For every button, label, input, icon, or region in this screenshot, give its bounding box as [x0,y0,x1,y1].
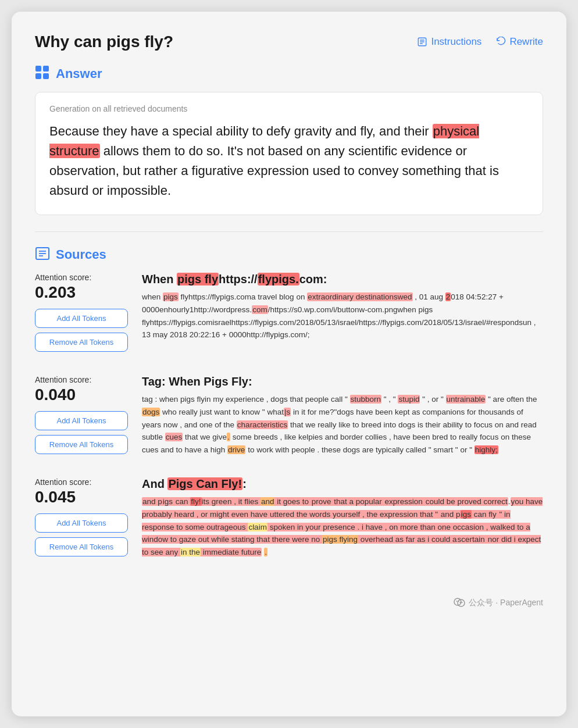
hl-2018-1: 2 [445,292,451,301]
hl-untrainable: untrainable [446,395,486,404]
source-body-1: when pigs flyhttps://flypigs.coma travel… [142,291,543,341]
svg-rect-7 [43,73,49,79]
hl-scertain: scertain [457,535,486,544]
source-item-2: Attention score: 0.040 Add All Tokens Re… [35,375,543,459]
hl-s: |s [284,408,291,416]
svg-point-16 [460,602,461,603]
hl-pigs-1: pigs [163,292,179,301]
rewrite-button[interactable]: Rewrite [495,36,543,48]
hl-stupid: stupid [398,395,420,404]
svg-rect-6 [35,73,41,79]
svg-rect-5 [43,66,49,72]
svg-point-14 [456,601,458,602]
footer-watermark: 公众号 · PaperAgent [12,591,566,620]
watermark-text: 公众号 · PaperAgent [469,598,543,608]
source-right-1: When pigs flyhttps://flypigs.com: when p… [142,273,543,356]
sources-icon [35,246,50,263]
hl-stubborn: stubborn [350,395,382,404]
hl-highly: highly; [474,445,498,454]
source-body-3: and pigs can fly!its green , it flies an… [142,495,543,558]
hl-igs: igs [461,510,472,519]
answer-title: Answer [56,66,102,81]
hl-in-the: in the [180,548,201,556]
divider-1 [35,231,543,232]
hl-body3-wrap: and pigs can fly!its green , it flies an… [142,497,508,506]
instructions-icon [417,37,427,47]
svg-point-17 [462,602,463,603]
header-actions: Instructions Rewrite [417,36,543,48]
svg-point-15 [458,601,459,602]
answer-icon [35,65,50,83]
source-title-1: When pigs flyhttps://flypigs.com: [142,273,543,286]
hl-expression-3: expression [384,497,423,506]
add-tokens-btn-1[interactable]: Add All Tokens [35,309,128,328]
attention-label-3: Attention score: [35,477,128,487]
hl-claim: claim [248,523,267,531]
hl-and-pigs: and pigs can fly [440,510,497,519]
attention-score-2: 0.040 [35,386,128,404]
sources-section: Sources Attention score: 0.203 Add All T… [12,246,566,591]
remove-tokens-btn-1[interactable]: Remove All Tokens [35,333,128,352]
source-title-highlight-1b: flypigs. [258,273,299,286]
answer-text: Because they have a special ability to d… [49,122,529,201]
source-right-3: And Pigs Can Fly!: and pigs can fly!its … [142,477,543,561]
instructions-button[interactable]: Instructions [417,36,481,48]
hl-com-1: com [252,305,268,314]
hl-drive: drive [227,445,245,454]
answer-subtitle: Generation on all retrieved documents [49,104,529,113]
source-left-3: Attention score: 0.045 Add All Tokens Re… [35,477,128,561]
rewrite-icon [495,37,506,47]
hl-correct-3: you have probably heard , or might even … [142,497,543,556]
highlight-physical-structure: physical structure [49,124,479,158]
source-right-2: Tag: When Pigs Fly: tag : when pigs flyi… [142,375,543,459]
attention-label-2: Attention score: [35,375,128,384]
hl-dot-3: . [264,548,267,556]
hl-prove-3: prove [311,497,332,506]
sources-section-header: Sources [35,246,543,263]
remove-tokens-btn-2[interactable]: Remove All Tokens [35,435,128,454]
source-title-highlight-1a: pigs fly [177,273,219,286]
attention-score-1: 0.203 [35,283,128,302]
source-left-1: Attention score: 0.203 Add All Tokens Re… [35,273,128,356]
answer-section-header: Answer [35,65,543,83]
hl-dogs-2: dogs [142,408,160,416]
wechat-icon [454,597,465,609]
hl-dot: . [227,433,230,441]
source-title-3: And Pigs Can Fly!: [142,477,543,491]
source-item-3: Attention score: 0.045 Add All Tokens Re… [35,477,543,561]
hl-and-3: and [261,497,275,506]
add-tokens-btn-3[interactable]: Add All Tokens [35,513,128,533]
source-title-2: Tag: When Pigs Fly: [142,375,543,388]
add-tokens-btn-2[interactable]: Add All Tokens [35,411,128,430]
hl-pigs-flying: pigs flying [322,535,358,544]
source-item-1: Attention score: 0.203 Add All Tokens Re… [35,273,543,356]
answer-section: Answer Generation on all retrieved docum… [12,65,566,231]
hl-extraordinary-1: extraordinary destinationswed [307,292,412,301]
source-title-highlight-3: Pigs Can Fly! [167,477,242,490]
hl-characteristics: characteristics [237,420,288,429]
hl-fly-3: fly! [190,497,201,506]
page-title: Why can pigs fly? [35,33,173,51]
attention-score-3: 0.045 [35,488,128,506]
source-body-2: tag : when pigs flyin my experience , do… [142,393,543,456]
attention-label-1: Attention score: [35,273,128,282]
source-left-2: Attention score: 0.040 Add All Tokens Re… [35,375,128,459]
hl-pigs-3: igs [162,497,173,506]
page-header: Why can pigs fly? Instructions Rewrite [12,12,566,65]
hl-cues: cues [165,433,183,441]
svg-rect-4 [35,66,41,72]
sources-title: Sources [56,247,106,262]
answer-card: Generation on all retrieved documents Be… [35,92,543,215]
remove-tokens-btn-3[interactable]: Remove All Tokens [35,537,128,556]
